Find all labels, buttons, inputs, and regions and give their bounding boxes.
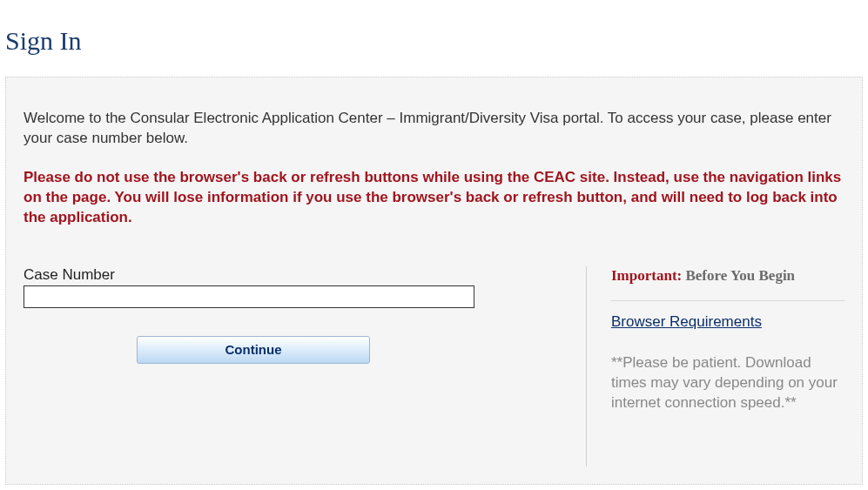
button-row: Continue bbox=[24, 336, 581, 364]
continue-button[interactable]: Continue bbox=[137, 336, 370, 364]
case-number-label: Case Number bbox=[24, 266, 581, 284]
sidebar-column: Important: Before You Begin Browser Requ… bbox=[611, 266, 844, 413]
important-label: Important: bbox=[611, 267, 685, 284]
form-area: Case Number Continue Important: Before Y… bbox=[24, 266, 844, 467]
vertical-divider bbox=[586, 266, 587, 467]
case-number-input[interactable] bbox=[24, 285, 474, 308]
important-heading: Important: Before You Begin bbox=[611, 266, 844, 301]
form-column: Case Number Continue bbox=[24, 266, 581, 364]
welcome-message: Welcome to the Consular Electronic Appli… bbox=[24, 109, 844, 149]
important-title: Before You Begin bbox=[685, 267, 795, 284]
warning-message: Please do not use the browser's back or … bbox=[24, 168, 844, 228]
page-title: Sign In bbox=[0, 0, 868, 77]
browser-requirements-link[interactable]: Browser Requirements bbox=[611, 313, 762, 331]
patience-text: **Please be patient. Download times may … bbox=[611, 353, 844, 413]
content-panel: Welcome to the Consular Electronic Appli… bbox=[5, 77, 863, 485]
